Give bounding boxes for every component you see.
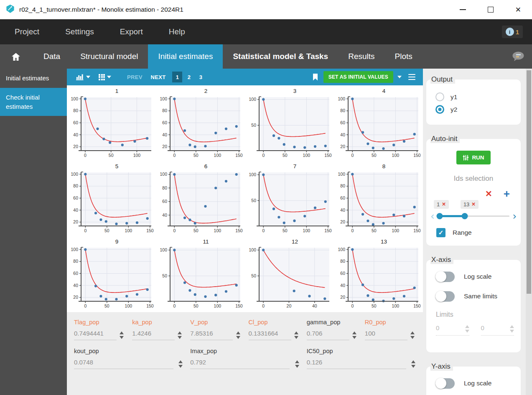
parameter-stepper[interactable] [352,331,356,339]
parameter-value-input[interactable]: 0.7494441 [74,330,117,340]
chart-type-dropdown[interactable] [76,74,90,80]
radio-icon[interactable] [435,105,444,114]
subplot-3[interactable]: 305010015050100 [245,86,334,162]
parameter-stepper[interactable] [178,360,183,368]
x-limit-min-input[interactable]: 0 [436,324,469,336]
sidebar-item-initial-estimates[interactable]: Initial estimates [0,69,67,88]
range-checkbox[interactable]: ✓ [436,228,445,237]
add-id-icon[interactable]: + [504,190,510,198]
tab-structural-model[interactable]: Structural model [70,44,148,69]
menu-settings[interactable]: Settings [65,27,94,36]
tab-plots[interactable]: Plots [385,44,423,69]
parameter-stepper[interactable] [178,331,182,339]
page-button-2[interactable]: 2 [184,72,194,82]
subplot-2[interactable]: 205010015020406080100 [156,86,245,162]
slider-left-chevron-icon[interactable]: ‹ [430,211,435,221]
id-chip-1[interactable]: 1✕ [434,200,449,209]
parameter-stepper[interactable] [236,331,240,339]
chip-remove-icon[interactable]: ✕ [442,201,446,207]
remove-all-ids-icon[interactable]: ✕ [485,190,492,198]
subplot-6[interactable]: 6050100150406080100 [156,162,245,237]
run-button[interactable]: RUN [456,151,491,164]
subplot-13[interactable]: 1305010015020406080100 [334,237,423,312]
subplot-8[interactable]: 805010015020406080100 [334,162,423,237]
ids-selection-title: Ids selection [426,174,521,183]
page-button-3[interactable]: 3 [196,72,206,82]
maximize-button-icon[interactable] [488,7,494,13]
home-icon[interactable] [11,52,21,61]
parameter-stepper[interactable] [295,360,299,368]
slider-handle-max[interactable] [462,213,468,219]
title-bar: r02_4_1_turnover.mlxtran* - Monolix esti… [0,0,532,19]
next-button[interactable]: NEXT [151,74,166,80]
subplot-5[interactable]: 505010015020406080100 [67,162,156,237]
svg-text:100: 100 [249,247,256,252]
subplot-11[interactable]: 1105010015050100 [156,237,245,312]
output-option-y1[interactable]: y1 [435,92,521,101]
minimize-button-icon[interactable] [460,9,466,10]
x-limit-max-input[interactable]: 0 [481,324,514,336]
notification-badge[interactable]: i 1 [502,26,523,38]
x-log-scale-toggle[interactable] [435,272,455,282]
parameter-value-input[interactable]: 0.0748 [74,359,173,369]
svg-text:50: 50 [109,153,114,158]
svg-text:50: 50 [104,228,109,233]
layout-grid-dropdown[interactable] [99,74,111,80]
x-limit-max-stepper[interactable] [510,325,514,333]
subplot-4[interactable]: 405010015020406080100 [334,86,423,162]
menu-help[interactable]: Help [169,27,185,36]
menu-project[interactable]: Project [15,27,39,36]
svg-text:80: 80 [73,108,78,113]
set-as-initial-values-button[interactable]: SET AS INITIAL VALUES [323,71,393,83]
x-limit-min-stepper[interactable] [465,325,469,333]
parameter-value-input[interactable]: 0.706 [307,330,349,340]
subplot-7[interactable]: 705010015050100 [245,162,334,237]
set-values-dropdown-icon[interactable] [397,76,402,78]
y-log-scale-toggle[interactable] [435,378,455,389]
ids-range-slider[interactable] [438,213,510,220]
vertical-scrollbar[interactable] [526,69,532,395]
chat-bubble-icon[interactable] [511,51,524,62]
parameter-value-input[interactable]: 0.1331664 [249,330,291,340]
bookmark-icon[interactable] [313,74,318,81]
notification-count: 1 [516,28,519,36]
parameter-value-input[interactable]: 100 [365,330,407,340]
parameter-stepper[interactable] [294,331,298,339]
close-button-icon[interactable]: ✕ [515,6,521,13]
parameters-panel: Tlag_pop0.7494441ka_pop1.4246V_pop7.8531… [67,312,423,395]
svg-text:60: 60 [73,195,78,200]
parameter-value-input[interactable]: 0.126 [307,359,406,369]
parameter-stepper[interactable] [410,331,415,339]
auto-init-section-title: Auto-init [430,135,460,143]
parameter-v-pop: V_pop7.85316 [190,319,241,340]
svg-text:40: 40 [312,303,317,308]
parameter-value-input[interactable]: 1.4246 [132,330,175,340]
x-axis-section: X-axis Log scale Same limits Limits 0 [423,251,526,352]
tab-initial-estimates[interactable]: Initial estimates [148,44,223,69]
parameter-value-input[interactable]: 0.792 [190,359,290,369]
radio-icon[interactable] [435,92,444,101]
parameter-stepper[interactable] [120,331,124,339]
tab-results[interactable]: Results [338,44,384,69]
id-chip-13[interactable]: 13✕ [461,200,479,209]
parameter-stepper[interactable] [411,360,415,368]
output-option-y2[interactable]: y2 [435,105,521,114]
svg-text:100: 100 [249,172,256,177]
tab-data[interactable]: Data [33,44,70,69]
menu-export[interactable]: Export [120,27,143,36]
page-button-1[interactable]: 1 [172,72,182,82]
subplot-12[interactable]: 120204050100 [245,237,334,312]
prev-button[interactable]: PREV [127,74,143,80]
slider-handle-min[interactable] [436,213,443,219]
tab-statistical-model-tasks[interactable]: Statistical model & Tasks [223,44,338,69]
slider-right-chevron-icon[interactable]: › [512,211,517,221]
parameter-value-input[interactable]: 7.85316 [190,330,233,340]
menu-hamburger-icon[interactable] [408,74,415,80]
subplot-9[interactable]: 905010015020406080100 [67,237,156,312]
svg-text:150: 150 [235,153,243,158]
sidebar-item-check-initial-estimates[interactable]: Check initial estimates [0,88,67,116]
chip-remove-icon[interactable]: ✕ [471,201,476,207]
subplot-1[interactable]: 105010020406080100 [67,86,156,162]
scrollbar-thumb[interactable] [527,70,531,294]
x-same-limits-toggle[interactable] [435,291,455,302]
